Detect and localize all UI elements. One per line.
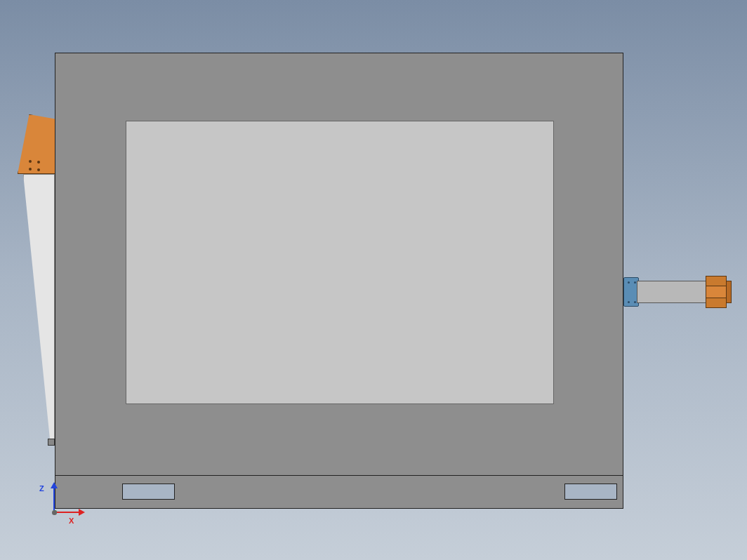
bolt-hole: [634, 281, 636, 284]
axis-origin: [52, 510, 57, 515]
frame-divider: [55, 475, 623, 476]
left-connector: [48, 439, 55, 446]
view-axis-triad[interactable]: Z X: [39, 484, 81, 526]
inner-panel: [126, 121, 554, 404]
bolt-hole: [628, 281, 630, 284]
left-cutout-slot: [122, 484, 175, 500]
z-axis-line: [53, 487, 55, 512]
bolt-hole: [29, 168, 32, 171]
bolt-hole: [37, 161, 40, 164]
right-extension-arm: [637, 281, 707, 303]
left-wedge-panel: [23, 174, 55, 441]
arm-end-middle: [706, 286, 727, 298]
arm-tip: [726, 281, 732, 303]
left-mounting-bracket: [18, 114, 56, 178]
x-axis-arrow-icon: [79, 509, 85, 516]
bolt-hole: [29, 160, 32, 163]
z-axis-label: Z: [39, 484, 44, 493]
bolt-hole: [37, 168, 40, 171]
x-axis-line: [55, 512, 80, 513]
arm-end-top: [706, 276, 727, 286]
z-axis-arrow-icon: [51, 482, 58, 488]
bracket-body: [18, 114, 56, 174]
bolt-hole: [634, 301, 636, 303]
x-axis-label: X: [69, 516, 74, 525]
right-cutout-slot: [564, 484, 617, 500]
main-frame-assembly[interactable]: [55, 53, 623, 509]
bolt-hole: [628, 301, 630, 303]
arm-end-bottom: [706, 298, 727, 308]
